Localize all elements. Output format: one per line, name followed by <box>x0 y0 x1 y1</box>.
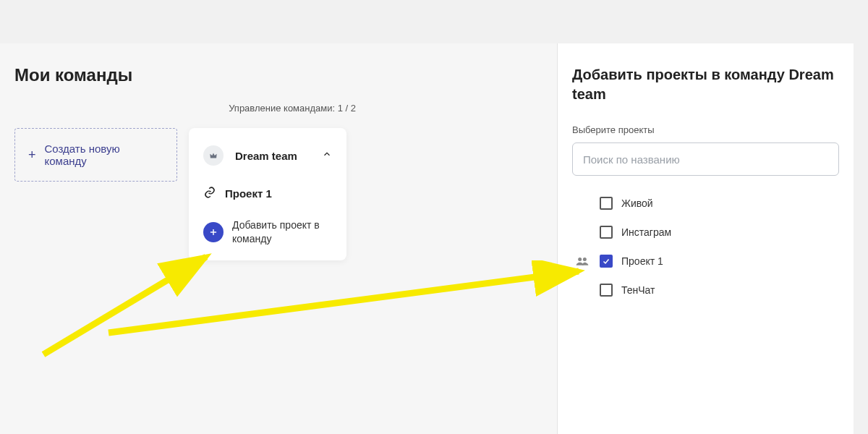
teams-row: + Создать новую команду Dream team Проек… <box>14 128 542 260</box>
project-list: Живой Инстаграм Проект 1 ТенЧат <box>572 189 839 305</box>
svg-point-2 <box>578 258 582 261</box>
project-label: Инстаграм <box>621 226 671 238</box>
list-item[interactable]: Инстаграм <box>572 218 839 247</box>
main-area: Мои команды Управление командами: 1 / 2 … <box>0 43 557 434</box>
select-projects-label: Выберите проекты <box>572 124 839 135</box>
team-body: Проект 1 Добавить проект в команду <box>189 180 346 260</box>
project-label: ТенЧат <box>621 284 655 296</box>
checkbox[interactable] <box>600 255 613 268</box>
sidebar: Добавить проекты в команду Dream team Вы… <box>557 43 854 434</box>
plus-circle-icon <box>203 222 224 242</box>
crown-icon <box>203 145 224 166</box>
list-item[interactable]: Проект 1 <box>572 247 839 276</box>
create-team-button[interactable]: + Создать новую команду <box>14 128 177 182</box>
project-label: Живой <box>621 197 653 209</box>
list-item[interactable]: ТенЧат <box>572 276 839 305</box>
list-item[interactable]: Живой <box>572 189 839 218</box>
chevron-up-icon[interactable] <box>322 149 332 162</box>
team-project-link[interactable]: Проект 1 <box>203 180 332 213</box>
checkbox[interactable] <box>600 284 613 297</box>
team-header[interactable]: Dream team <box>189 128 346 180</box>
sidebar-title: Добавить проекты в команду Dream team <box>572 65 839 104</box>
team-name: Dream team <box>235 150 310 162</box>
project-label: Проект 1 <box>621 255 663 267</box>
team-icon <box>572 256 592 266</box>
plus-icon: + <box>28 148 36 163</box>
search-input[interactable] <box>572 142 839 176</box>
sidebar-title-prefix: Добавить проекты в команду <box>572 67 788 82</box>
add-project-button[interactable]: Добавить проект в команду <box>203 213 332 246</box>
svg-point-3 <box>583 258 587 261</box>
team-project-label: Проект 1 <box>225 187 272 200</box>
link-icon <box>203 186 216 201</box>
page-title: Мои команды <box>14 65 542 85</box>
add-project-label: Добавить проект в команду <box>232 218 332 246</box>
create-team-label: Создать новую команду <box>45 142 163 167</box>
teams-meta: Управление командами: 1 / 2 <box>14 103 542 114</box>
checkbox[interactable] <box>600 197 613 210</box>
team-card: Dream team Проект 1 Добавить проект в ко <box>189 128 346 260</box>
checkbox[interactable] <box>600 226 613 239</box>
